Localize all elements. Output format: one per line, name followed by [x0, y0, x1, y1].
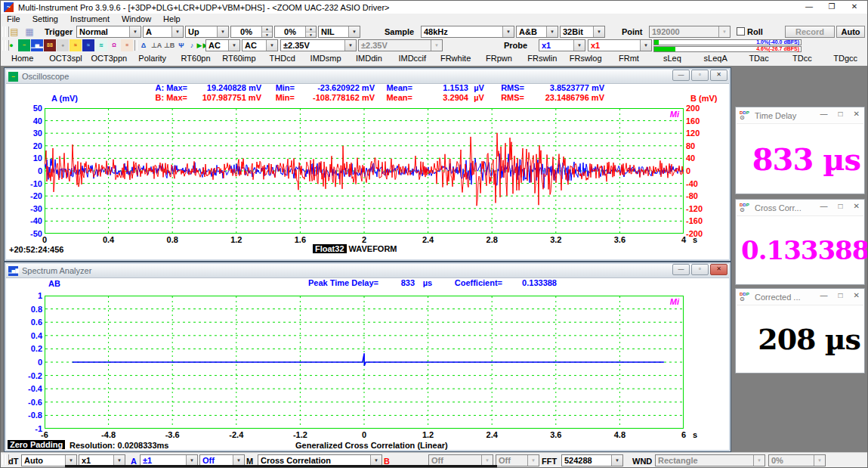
tab-frwhite[interactable]: FRwhite — [434, 52, 477, 66]
panel-close-button[interactable]: ✕ — [854, 202, 860, 210]
tab-frpwn[interactable]: FRpwn — [477, 52, 520, 66]
minimize-button[interactable]: — — [798, 1, 820, 14]
tab-imdccif[interactable]: IMDccif — [391, 52, 434, 66]
panel-restore-button[interactable]: □ — [839, 291, 843, 299]
chevron-down-icon[interactable]: ▼ — [348, 26, 360, 37]
record-button[interactable]: Record — [785, 26, 835, 38]
tab-polarity[interactable]: Polarity — [131, 52, 174, 66]
chevron-down-icon[interactable]: ▼ — [753, 455, 765, 466]
auto-button[interactable]: Auto — [836, 26, 865, 38]
save-file-icon[interactable]: ▦ — [23, 26, 36, 38]
trigger-mode-combo[interactable]: Normal▼ — [76, 26, 141, 38]
child-minimize-button[interactable]: — — [672, 264, 690, 275]
trigger-source-combo[interactable]: A▼ — [143, 26, 184, 38]
coupling-b-combo[interactable]: AC▼ — [242, 39, 278, 51]
record-length-combo[interactable]: 192000▼ — [649, 26, 731, 38]
tab-tdac[interactable]: TDac — [737, 52, 780, 66]
tab-imdsmp[interactable]: IMDsmp — [304, 52, 347, 66]
trigger-level-spinner[interactable]: 0%▲▼ — [230, 26, 273, 38]
tab-oct3spl[interactable]: OCT3spl — [44, 52, 87, 66]
menu-item-file[interactable]: File — [1, 14, 26, 25]
child-close-button[interactable]: ✕ — [710, 70, 727, 81]
chevron-down-icon[interactable]: ▼ — [113, 455, 125, 466]
tab-thdcd[interactable]: THDcd — [261, 52, 304, 66]
panel-restore-button[interactable]: □ — [839, 110, 843, 118]
sampling-bits-combo[interactable]: 32Bit▼ — [560, 26, 605, 38]
tab-imddin[interactable]: IMDdin — [348, 52, 391, 66]
child-window-title-bar[interactable]: ~Oscilloscope — [6, 70, 729, 84]
probe-a-combo[interactable]: x1▼ — [539, 39, 585, 51]
sample-rate-combo[interactable]: 48kHz▼ — [421, 26, 514, 38]
child-window-title-bar[interactable]: ▁▅▇Spectrum Analyzer — [6, 264, 729, 278]
chevron-down-icon[interactable]: ▼ — [129, 26, 141, 37]
chevron-down-icon[interactable]: ▼ — [546, 26, 558, 37]
chevron-down-icon[interactable]: ▼ — [344, 40, 356, 51]
window-function-combo[interactable]: Rectangle▼ — [655, 454, 765, 466]
chevron-down-icon[interactable]: ▼ — [502, 26, 514, 37]
chevron-down-icon[interactable]: ▼ — [266, 40, 277, 51]
tab-frswlog[interactable]: FRswlog — [564, 52, 607, 66]
menu-item-window[interactable]: Window — [116, 14, 157, 25]
ddp-viewer-icon[interactable]: ≈ — [82, 39, 94, 51]
child-minimize-button[interactable]: — — [672, 70, 690, 81]
chevron-down-icon[interactable]: ▼ — [718, 26, 730, 37]
chevron-down-icon[interactable]: ▼ — [481, 455, 493, 466]
udp-dmm-icon[interactable]: Ω — [108, 39, 120, 51]
menu-item-instrument[interactable]: Instrument — [64, 14, 116, 25]
chevron-down-icon[interactable]: ▼ — [186, 455, 197, 466]
tab-home[interactable]: Home — [1, 52, 44, 66]
probe-b-combo[interactable]: x1▼ — [588, 39, 652, 51]
roll-checkbox[interactable] — [737, 27, 745, 36]
chevron-down-icon[interactable]: ▼ — [527, 455, 539, 466]
spectrum-3d-plot-icon[interactable]: ● — [57, 39, 69, 51]
range-a-combo[interactable]: ±2.35V▼ — [280, 39, 357, 51]
trigger-level-spinner-steppers[interactable]: ▲▼ — [261, 26, 272, 37]
tab-frswlin[interactable]: FRswlin — [520, 52, 564, 66]
panel-minimize-button[interactable]: — — [820, 110, 828, 118]
function-b2-combo[interactable]: Off▼ — [496, 454, 539, 466]
tab-rt60imp[interactable]: RT60imp — [218, 52, 261, 66]
overlap-combo[interactable]: 0%▼ — [768, 454, 826, 466]
child-restore-button[interactable]: ▫ — [691, 264, 709, 275]
coupling-a-combo[interactable]: AC▼ — [205, 39, 240, 51]
multimeter-icon[interactable]: 88 — [44, 39, 56, 51]
tab-tdcc[interactable]: TDcc — [780, 52, 823, 66]
range-b-combo[interactable]: ±2.35V▼ — [358, 39, 443, 51]
panel-close-button[interactable]: ✕ — [854, 291, 860, 299]
tab-sleqa[interactable]: sLeqA — [694, 52, 737, 66]
chevron-down-icon[interactable]: ▼ — [217, 26, 228, 37]
tab-sleq[interactable]: sLeq — [650, 52, 693, 66]
panel-minimize-button[interactable]: — — [820, 202, 828, 210]
trigger-hpf-combo[interactable]: NIL▼ — [318, 26, 360, 38]
open-file-icon[interactable]: ▤ — [8, 26, 20, 38]
oscilloscope-icon[interactable]: ~ — [18, 39, 30, 51]
chevron-down-icon[interactable]: ▼ — [593, 26, 604, 37]
chevron-down-icon[interactable]: ▼ — [431, 40, 442, 51]
sampling-channels-combo[interactable]: A&B▼ — [516, 26, 558, 38]
data-logger-icon[interactable]: ≈ — [70, 39, 82, 51]
chevron-down-icon[interactable]: ▼ — [228, 40, 239, 51]
tab-frmt[interactable]: FRmt — [607, 52, 650, 66]
menu-item-help[interactable]: Help — [157, 14, 187, 25]
trigger-delay-spinner-steppers[interactable]: ▲▼ — [305, 26, 316, 37]
chevron-down-icon[interactable]: ▼ — [171, 26, 183, 37]
spin-down-icon[interactable]: ▼ — [306, 33, 316, 38]
device-test-plan-icon[interactable]: Δ — [137, 39, 150, 51]
spin-down-icon[interactable]: ▼ — [262, 33, 272, 38]
spin-up-icon[interactable]: ▲ — [306, 26, 316, 33]
zero-calibration-a-icon[interactable]: ⊥A — [150, 39, 162, 51]
chevron-down-icon[interactable]: ▼ — [814, 455, 825, 466]
fft-size-combo[interactable]: 524288▼ — [561, 454, 623, 466]
tab-rt60pn[interactable]: RT60pn — [174, 52, 217, 66]
chevron-down-icon[interactable]: ▼ — [370, 455, 381, 466]
trigger-edge-combo[interactable]: Up▼ — [185, 26, 229, 38]
close-button[interactable]: ✕ — [843, 1, 866, 14]
spin-up-icon[interactable]: ▲ — [262, 26, 272, 33]
chevron-down-icon[interactable]: ▼ — [233, 455, 244, 466]
chevron-down-icon[interactable]: ▼ — [573, 40, 585, 51]
child-restore-button[interactable]: ▫ — [691, 70, 709, 81]
spectrum-analyzer-icon[interactable]: ▁▅▂▇ — [31, 39, 43, 51]
chevron-down-icon[interactable]: ▼ — [611, 455, 622, 466]
panel-minimize-button[interactable]: — — [820, 291, 828, 299]
trigger-delay-spinner[interactable]: 0%▲▼ — [274, 26, 317, 38]
